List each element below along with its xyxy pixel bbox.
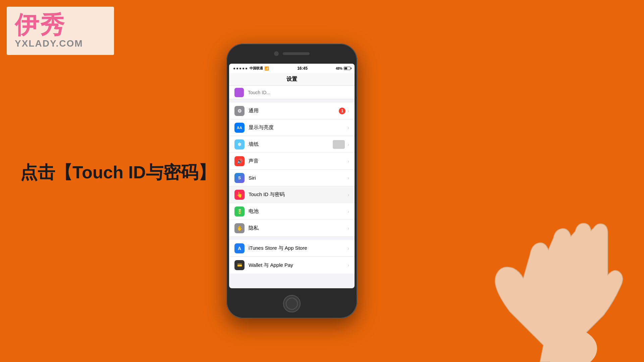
signal-dot-3	[239, 68, 241, 69]
partial-item-label: Touch ID...	[248, 90, 270, 95]
touchid-icon: 👆	[234, 190, 245, 200]
siri-arrow: ›	[347, 175, 349, 181]
sounds-arrow: ›	[347, 159, 349, 164]
battery-arrow: ›	[347, 209, 349, 214]
display-icon: AA	[234, 123, 245, 133]
wallpaper-thumb	[333, 140, 345, 149]
status-right: 48%	[336, 67, 351, 70]
status-time: 16:45	[297, 66, 308, 71]
settings-item-general[interactable]: ⚙ 通用 1 ›	[229, 103, 355, 119]
privacy-arrow: ›	[347, 226, 349, 231]
carrier-label: 中国联通	[250, 66, 263, 71]
settings-item-wallpaper[interactable]: ❄ 墙纸 ›	[229, 136, 355, 153]
phone-container: 中国联通 📶 16:45 48% 设置	[221, 0, 362, 362]
section-divider-1	[229, 99, 355, 103]
battery-percent: 48%	[336, 67, 342, 70]
home-button-ring	[286, 298, 298, 310]
phone-top-bar	[262, 50, 322, 58]
siri-icon: S	[234, 173, 245, 183]
settings-item-itunes[interactable]: A iTunes Store 与 App Store ›	[229, 240, 355, 257]
instruction-text: 点击【Touch ID与密码】	[20, 161, 216, 184]
wallpaper-icon: ❄	[234, 139, 245, 149]
status-left: 中国联通 📶	[233, 66, 269, 71]
settings-item-touchid[interactable]: 👆 Touch ID 与密码 ›	[229, 186, 355, 203]
display-arrow: ›	[347, 125, 349, 130]
siri-label: Siri	[249, 175, 347, 181]
section-divider-2	[229, 237, 355, 240]
settings-item-sounds[interactable]: 🔊 声音 ›	[229, 153, 355, 170]
watermark: 伊秀 YXLADY.COM	[7, 7, 114, 55]
signal-dot-4	[243, 68, 244, 69]
settings-item-siri[interactable]: S Siri ›	[229, 170, 355, 186]
display-label: 显示与亮度	[249, 124, 347, 131]
settings-item-battery[interactable]: 🔋 电池 ›	[229, 203, 355, 220]
partial-scrolled-item[interactable]: Touch ID...	[229, 86, 355, 99]
wallet-label: Wallet 与 Apple Pay	[249, 262, 347, 268]
home-button[interactable]	[283, 295, 301, 312]
touchid-label: Touch ID 与密码	[249, 191, 347, 198]
privacy-label: 隐私	[249, 225, 347, 231]
wallet-arrow: ›	[347, 262, 349, 268]
itunes-icon: A	[234, 243, 245, 253]
wallpaper-arrow: ›	[347, 142, 349, 147]
sounds-icon: 🔊	[234, 156, 245, 166]
wallet-icon: 💳	[234, 260, 245, 270]
nav-bar: 设置	[229, 73, 355, 86]
battery-label: 电池	[249, 208, 347, 215]
phone-screen: 中国联通 📶 16:45 48% 设置	[229, 64, 355, 288]
signal-dot-2	[236, 68, 238, 69]
touchid-arrow: ›	[347, 192, 349, 197]
settings-list: Touch ID... ⚙ 通用 1 › AA 显示	[229, 86, 355, 274]
battery-fill	[344, 67, 347, 69]
itunes-arrow: ›	[347, 246, 349, 251]
sounds-label: 声音	[249, 158, 347, 164]
settings-item-display[interactable]: AA 显示与亮度 ›	[229, 119, 355, 136]
status-bar: 中国联通 📶 16:45 48%	[229, 64, 355, 73]
watermark-latin: YXLADY.COM	[15, 38, 106, 49]
general-icon: ⚙	[234, 106, 245, 116]
general-label: 通用	[249, 108, 339, 114]
general-arrow: ›	[347, 108, 349, 114]
signal-dot-5	[246, 68, 247, 69]
wifi-icon: 📶	[264, 66, 269, 71]
watermark-chinese: 伊秀	[15, 13, 106, 37]
wallpaper-label: 墙纸	[249, 141, 333, 147]
phone-device: 中国联通 📶 16:45 48% 设置	[226, 44, 357, 318]
privacy-icon: ✋	[234, 223, 245, 233]
phone-speaker	[283, 52, 310, 55]
phone-camera	[274, 51, 279, 56]
battery-icon-item: 🔋	[234, 206, 245, 217]
nav-title: 设置	[286, 76, 297, 82]
partial-item-icon	[234, 88, 244, 97]
settings-item-wallet[interactable]: 💳 Wallet 与 Apple Pay ›	[229, 257, 355, 274]
itunes-label: iTunes Store 与 App Store	[249, 245, 347, 251]
settings-item-privacy[interactable]: ✋ 隐私 ›	[229, 220, 355, 237]
battery-icon	[344, 67, 351, 70]
signal-dot-1	[233, 68, 235, 69]
general-badge: 1	[339, 108, 345, 114]
